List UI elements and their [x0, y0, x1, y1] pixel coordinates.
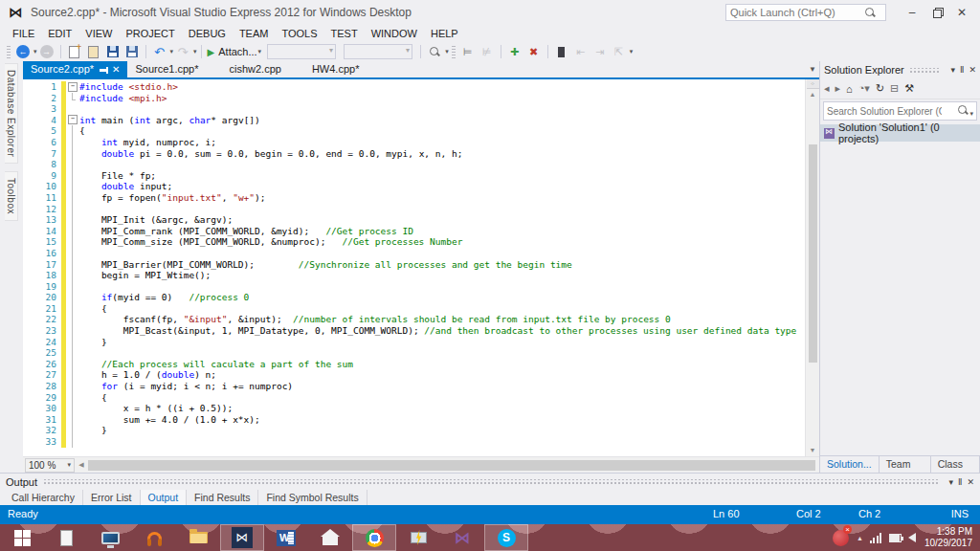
redo-dropdown[interactable]: ▾	[193, 48, 197, 55]
vertical-scrollbar[interactable]: ⁘ ▲ ▼	[805, 79, 819, 456]
redo-button[interactable]: ↷	[175, 44, 190, 59]
file-explorer-taskbar-button[interactable]	[176, 524, 220, 551]
panel-tab-classview[interactable]: Class View	[931, 456, 980, 473]
panel-menu-icon[interactable]: ▾	[950, 65, 955, 75]
menu-project[interactable]: PROJECT	[119, 25, 181, 42]
undo-button[interactable]: ↶	[152, 44, 167, 59]
toggle-bookmark-button[interactable]	[554, 44, 569, 59]
network-icon[interactable]	[870, 533, 882, 543]
skype-taskbar-button[interactable]: S	[484, 524, 528, 551]
toolbar-overflow[interactable]: ▾	[445, 48, 449, 55]
horizontal-scrollbar[interactable]: 100 %▾ ◀	[23, 456, 819, 473]
sidebar-tab-toolbox[interactable]: Toolbox	[5, 171, 18, 221]
notepad-taskbar-button[interactable]	[44, 524, 88, 551]
tool-tab-callhierarchy[interactable]: Call Hierarchy	[4, 490, 83, 506]
se-back-icon[interactable]: ◂	[824, 82, 830, 95]
pin-icon[interactable]: Ⅱ	[960, 65, 964, 75]
home-icon[interactable]: ⌂	[846, 83, 853, 95]
word-taskbar-button[interactable]: W	[264, 524, 308, 551]
tray-notification-app-icon[interactable]	[833, 530, 849, 546]
prev-bookmark-button[interactable]: ⇤	[573, 44, 589, 59]
pin-icon[interactable]: Ⅱ	[958, 477, 962, 487]
tab-close-icon[interactable]: ✕	[112, 61, 120, 77]
next-bookmark-button[interactable]: ⇥	[592, 44, 608, 59]
debug-target-combo[interactable]	[267, 44, 336, 59]
comment-button[interactable]: ⊨	[460, 44, 476, 59]
scroll-up-arrow[interactable]: ▲	[810, 89, 816, 100]
menu-window[interactable]: WINDOW	[365, 25, 424, 42]
pending-changes-filter-icon[interactable]: ◔▾	[858, 82, 870, 95]
start-taskbar-button[interactable]	[0, 524, 44, 551]
document-tab-source2cpp[interactable]: Source2.cpp*✕	[23, 61, 127, 77]
battery-icon[interactable]	[889, 534, 902, 542]
menu-help[interactable]: HELP	[424, 25, 465, 42]
attach-button[interactable]: ▶ Attach... ▾	[208, 44, 262, 59]
menu-file[interactable]: FILE	[6, 25, 41, 42]
save-all-button[interactable]	[124, 44, 140, 59]
lenovo-display-taskbar-button[interactable]	[88, 524, 132, 551]
quick-launch-box[interactable]	[725, 4, 886, 21]
find-in-files-button[interactable]	[427, 44, 442, 59]
document-tab-source1cpp[interactable]: Source1.cpp*	[127, 61, 206, 77]
homegroup-taskbar-button[interactable]	[308, 524, 352, 551]
scroll-down-arrow[interactable]: ▼	[810, 445, 816, 456]
se-forward-icon[interactable]: ▸	[835, 82, 841, 95]
tool-tab-output[interactable]: Output	[141, 490, 188, 506]
panel-tab-teamexp[interactable]: Team Exp...	[880, 456, 931, 473]
toolbar-grip-2[interactable]	[452, 45, 456, 58]
zoom-level-combo[interactable]: 100 %▾	[25, 458, 75, 473]
close-button[interactable]: ✕	[949, 3, 974, 22]
chrome-taskbar-button[interactable]	[352, 524, 396, 551]
horizontal-scroll-thumb[interactable]	[88, 460, 815, 471]
panel-menu-icon[interactable]: ▾	[948, 477, 953, 487]
scroll-left-arrow[interactable]: ◀	[75, 461, 88, 469]
tool-tab-errorlist[interactable]: Error List	[83, 490, 141, 506]
show-hidden-icons-button[interactable]: ▲	[857, 535, 863, 541]
music-headphones-taskbar-button[interactable]	[132, 524, 176, 551]
menu-debug[interactable]: DEBUG	[182, 25, 233, 42]
tool-tab-findsymbolresults[interactable]: Find Symbol Results	[258, 490, 367, 506]
bookmark-overflow[interactable]: ▾	[630, 48, 634, 55]
volume-icon[interactable]	[908, 533, 916, 542]
menu-tools[interactable]: TOOLS	[275, 25, 323, 42]
collapse-all-icon[interactable]: ⊟	[890, 82, 899, 95]
properties-wrench-icon[interactable]: ⚒	[904, 82, 914, 95]
navigate-back-dropdown[interactable]: ▾	[33, 48, 37, 55]
delete-comment-button[interactable]: ✖	[526, 44, 542, 59]
splitter-handle[interactable]: ⁘	[807, 79, 819, 89]
uncomment-button[interactable]: ⊭	[479, 44, 495, 59]
menu-view[interactable]: VIEW	[78, 25, 119, 42]
navigate-back-button[interactable]: ←	[15, 44, 31, 59]
sidebar-tab-database-explorer[interactable]: Database Explorer	[5, 63, 18, 164]
clear-bookmarks-button[interactable]: ⇱	[612, 44, 627, 59]
menu-edit[interactable]: EDIT	[41, 25, 78, 42]
platform-combo[interactable]	[344, 44, 412, 59]
code-editor[interactable]: 1#include <stdio.h>2#include <mpi.h>34in…	[23, 79, 805, 456]
menu-team[interactable]: TEAM	[233, 25, 276, 42]
menu-test[interactable]: TEST	[324, 25, 365, 42]
visual-studio-2012-taskbar-button[interactable]: ⋈	[220, 524, 264, 551]
solution-search-box[interactable]: ▾	[823, 101, 977, 121]
document-tab-cishw2cpp[interactable]: cishw2.cpp	[221, 61, 288, 77]
vertical-scroll-thumb[interactable]	[809, 144, 817, 363]
undo-dropdown[interactable]: ▾	[170, 48, 174, 55]
document-tab-hw4cpp[interactable]: HW4.cpp*	[304, 61, 368, 77]
restore-button[interactable]	[924, 3, 949, 22]
tool-tab-findresults[interactable]: Find Results	[187, 490, 258, 506]
add-comment-button[interactable]: ✚	[507, 44, 523, 59]
save-button[interactable]	[105, 44, 121, 59]
quick-launch-input[interactable]	[730, 7, 864, 18]
navigate-forward-button[interactable]: →	[39, 44, 55, 59]
toolbar-grip[interactable]	[7, 45, 11, 58]
solution-search-input[interactable]	[827, 106, 942, 117]
taskbar-clock[interactable]: 1:38 PM 10/29/2017	[924, 526, 972, 549]
tab-pin-icon[interactable]	[100, 65, 107, 75]
document-list-dropdown[interactable]: ▼	[809, 65, 816, 74]
solution-root-item[interactable]: Solution 'Solution1' (0 projects)	[820, 124, 980, 142]
lightning-tool-taskbar-button[interactable]	[396, 524, 440, 551]
refresh-icon[interactable]: ↻	[876, 82, 884, 95]
close-icon[interactable]: ✕	[969, 65, 976, 75]
open-file-button[interactable]	[86, 44, 101, 59]
visual-studio-purple-taskbar-button[interactable]: ⋈	[440, 524, 484, 551]
minimize-button[interactable]: –	[900, 3, 924, 22]
